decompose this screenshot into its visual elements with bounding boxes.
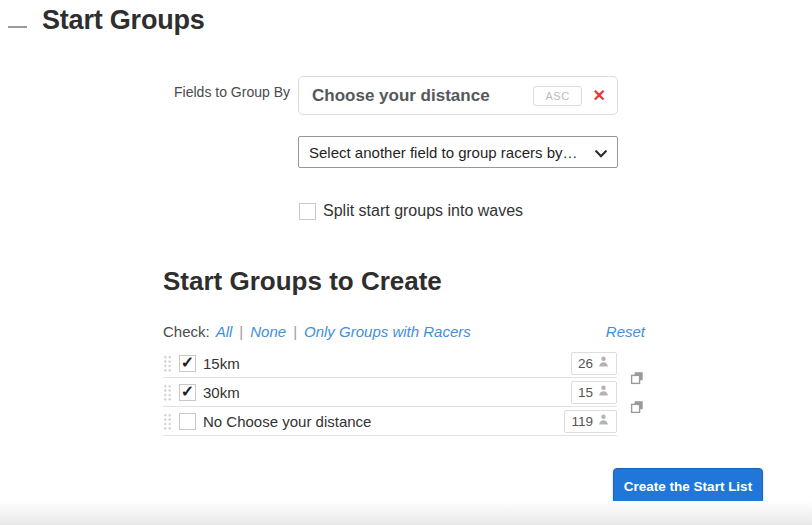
racer-count: 15	[578, 385, 593, 400]
group-row-30km: ✓ 30km 15	[163, 378, 617, 407]
group-label: 15km	[203, 355, 571, 372]
check-only-groups-with-racers-link[interactable]: Only Groups with Racers	[304, 323, 471, 340]
add-group-field-select-value: Select another field to group racers by…	[309, 144, 577, 161]
group-checkmark: ✓	[181, 355, 194, 371]
page-title: Start Groups	[42, 5, 205, 36]
check-none-link[interactable]: None	[250, 323, 286, 340]
group-label: No Choose your distance	[203, 413, 564, 430]
group-row-15km: ✓ 15km 26	[163, 349, 617, 378]
start-groups-list: ✓ 15km 26 ✓ 30km 15	[163, 349, 617, 436]
start-groups-form: Fields to Group By Choose your distance …	[163, 76, 645, 436]
drag-handle-icon[interactable]	[163, 413, 172, 430]
group-row-no-distance: No Choose your distance 119	[163, 407, 617, 436]
check-all-link[interactable]: All	[216, 323, 233, 340]
group-checkbox-no-distance[interactable]	[179, 413, 196, 430]
racer-count-badge: 26	[571, 352, 617, 375]
group-checkbox-15km[interactable]: ✓	[179, 355, 196, 372]
chevron-down-icon	[595, 144, 607, 161]
separator: |	[293, 323, 297, 340]
reset-link[interactable]: Reset	[606, 323, 645, 340]
drag-handle-icon[interactable]	[163, 384, 172, 401]
person-icon	[597, 383, 610, 401]
person-icon	[597, 412, 610, 430]
create-start-list-button[interactable]: Create the Start List	[613, 468, 763, 504]
group-label: 30km	[203, 384, 571, 401]
add-group-field-select[interactable]: Select another field to group racers by…	[298, 136, 618, 168]
racer-count-badge: 15	[571, 381, 617, 404]
sort-direction-badge[interactable]: ASC	[533, 86, 581, 106]
racer-count-badge: 119	[564, 410, 617, 433]
racer-count: 26	[578, 356, 593, 371]
group-checkmark: ✓	[181, 384, 194, 400]
merge-groups-icon[interactable]	[630, 400, 644, 414]
collapse-section-icon[interactable]	[8, 19, 27, 35]
group-checkbox-30km[interactable]: ✓	[179, 384, 196, 401]
separator: |	[239, 323, 243, 340]
selected-field-name: Choose your distance	[312, 86, 533, 106]
merge-groups-icon[interactable]	[630, 371, 644, 385]
selected-group-field: Choose your distance ASC ✕	[298, 76, 618, 115]
remove-field-icon[interactable]: ✕	[593, 88, 606, 104]
split-waves-label: Split start groups into waves	[323, 202, 523, 220]
drag-handle-icon[interactable]	[163, 355, 172, 372]
page-bottom-shadow	[0, 501, 812, 525]
section-title: Start Groups to Create	[163, 266, 645, 297]
fields-to-group-by-label: Fields to Group By	[163, 84, 290, 100]
person-icon	[597, 354, 610, 372]
racer-count: 119	[571, 414, 593, 429]
check-label: Check:	[163, 323, 210, 340]
split-waves-checkbox[interactable]	[299, 203, 316, 220]
